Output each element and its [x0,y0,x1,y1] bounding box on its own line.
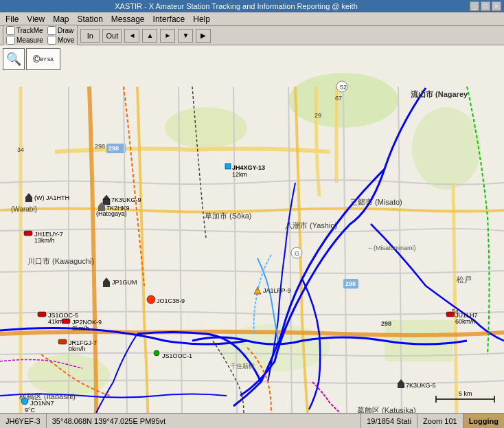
status-zoom: Zoom 101 [417,414,463,428]
menu-help[interactable]: Help [189,14,214,25]
svg-text:JP1GUM: JP1GUM [112,279,137,286]
svg-text:川口市 (Kawaguchi): 川口市 (Kawaguchi) [27,257,94,265]
titlebar-title: XASTIR - X Amateur Station Tracking and … [3,2,470,10]
nav-down-button[interactable]: ▼ [178,29,193,43]
svg-rect-31 [103,199,110,205]
map-svg-overlay: 298 34 67 29 54 298 [0,45,504,413]
svg-text:60km/h: 60km/h [455,318,476,325]
svg-rect-70 [398,383,404,388]
menu-interface[interactable]: Interface [149,14,190,25]
nav-left-button[interactable]: ◄ [124,29,139,43]
move-checkbox-label[interactable]: Move [47,36,74,45]
map-icons-area: 🔍 © BYSA [3,48,60,70]
svg-rect-50 [38,312,46,317]
svg-text:G: G [295,250,299,257]
menu-file[interactable]: File [1,14,23,25]
svg-text:298: 298 [95,143,105,150]
svg-text:←(Misatominami): ←(Misatominami) [367,245,416,251]
trackme-checkbox[interactable] [6,26,15,35]
toolbar: TrackMe Measure Draw Move In Out ◄ ▲ ► ▼… [0,26,504,45]
trackme-checkbox-label[interactable]: TrackMe [6,26,43,35]
svg-text:(W) JA1HTH: (W) JA1HTH [34,194,69,201]
svg-text:松戸: 松戸 [457,275,472,284]
menu-station[interactable]: Station [73,14,106,25]
map-area[interactable]: 298 34 67 29 54 298 [0,45,504,413]
svg-text:5 km: 5 km [459,390,472,397]
svg-text:JO1C38-9: JO1C38-9 [157,297,185,304]
svg-text:0km/h: 0km/h [69,346,86,352]
svg-rect-37 [25,197,32,202]
statusbar: JH6YEF-3 35°48.068N 139°47.025E PM95vt 1… [0,413,504,428]
status-logging: Logging [463,414,504,428]
draw-checkbox-label[interactable]: Draw [47,26,74,35]
svg-text:葛飾区 (Katusika): 葛飾区 (Katusika) [357,406,416,413]
svg-text:JO1NN7: JO1NN7 [30,400,54,407]
svg-rect-56 [58,339,67,344]
measure-checkbox-label[interactable]: Measure [6,36,43,45]
svg-rect-44 [103,282,110,287]
move-checkbox[interactable] [47,36,56,45]
svg-text:7K3UKG-9: 7K3UKG-9 [111,196,141,203]
svg-text:52: 52 [340,84,347,91]
menu-message[interactable]: Message [107,14,149,25]
titlebar-controls: _ □ × [470,1,501,11]
status-coords: 35°48.068N 139°47.025E PM95vt [47,414,362,428]
svg-text:0km/h: 0km/h [72,325,89,332]
close-button[interactable]: × [492,1,501,11]
svg-rect-53 [62,319,70,324]
svg-rect-72 [446,312,455,317]
measure-checkbox[interactable] [6,36,15,45]
menu-map[interactable]: Map [49,14,73,25]
toolbar-trackme-section: TrackMe Measure Draw Move [3,25,78,46]
svg-text:7K3UKG-5: 7K3UKG-5 [406,382,436,389]
svg-text:9°C: 9°C [25,407,36,413]
zoom-in-button[interactable]: In [80,29,100,43]
svg-text:12km: 12km [232,171,247,178]
svg-text:三郷市 (Misato): 三郷市 (Misato) [350,198,402,206]
svg-point-3 [412,107,481,190]
svg-text:29: 29 [314,112,321,119]
menu-view[interactable]: View [23,14,49,25]
svg-text:JH4XGY-13: JH4XGY-13 [232,164,265,171]
status-callsign: JH6YEF-3 [0,414,47,428]
svg-text:298: 298 [381,320,391,327]
nav-play-button[interactable]: ▶ [196,29,211,43]
draw-checkbox[interactable] [47,26,56,35]
svg-text:JS1OOC-1: JS1OOC-1 [162,352,192,359]
svg-text:流山市 (Nagarey: 流山市 (Nagarey [411,90,468,98]
svg-text:八潮市 (Yashio): 八潮市 (Yashio) [285,221,337,229]
svg-point-59 [154,350,159,356]
svg-rect-33 [24,231,32,236]
maximize-button[interactable]: □ [481,1,490,11]
svg-text:(Hatogaya): (Hatogaya) [96,210,127,217]
menubar: File View Map Station Message Interface … [0,12,504,26]
svg-text:JA1LPP-9: JA1LPP-9 [263,287,291,294]
status-stations: 19/1854 Stati [361,414,417,428]
svg-text:67: 67 [335,95,342,102]
svg-rect-27 [225,164,231,169]
svg-point-46 [147,295,155,304]
svg-text:13km/h: 13km/h [34,237,55,244]
svg-text:298: 298 [345,280,356,287]
nav-right-button[interactable]: ► [160,29,175,43]
zoom-out-button[interactable]: Out [102,29,122,43]
svg-point-1 [165,107,247,148]
svg-text:34: 34 [17,146,24,153]
magnifier-icon[interactable]: 🔍 [3,48,25,70]
svg-text:草加市 (Sōka): 草加市 (Sōka) [205,212,251,220]
nav-up-button[interactable]: ▲ [142,29,157,43]
creative-commons-icon: © BYSA [26,48,60,70]
minimize-button[interactable]: _ [470,1,479,11]
svg-text:(Warabi): (Warabi) [11,205,37,213]
titlebar: XASTIR - X Amateur Station Tracking and … [0,0,504,12]
svg-point-61 [21,398,28,405]
svg-text:千住新橋: 千住新橋 [230,363,255,370]
svg-text:298: 298 [108,145,119,152]
